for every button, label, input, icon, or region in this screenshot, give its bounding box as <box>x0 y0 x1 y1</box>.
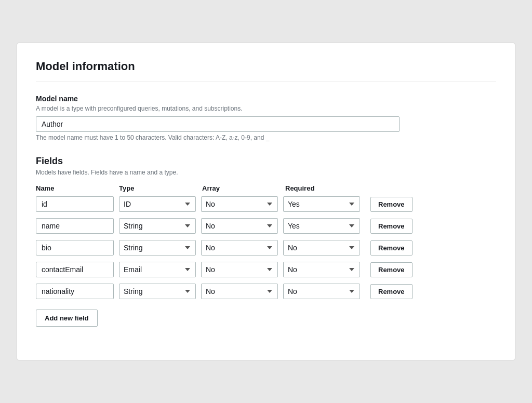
field-row: IDStringIntFloatBooleanEmailAWSDateAWSTi… <box>36 240 496 256</box>
field-rows-container: IDStringIntFloatBooleanEmailAWSDateAWSTi… <box>36 196 496 299</box>
fields-title: Fields <box>36 156 496 167</box>
field-type-select[interactable]: IDStringIntFloatBooleanEmailAWSDateAWSTi… <box>119 218 196 234</box>
field-name-input[interactable] <box>36 262 114 277</box>
model-name-label: Model name <box>36 95 496 103</box>
card-title: Model information <box>36 60 496 82</box>
field-array-select[interactable]: NoYes <box>201 218 278 234</box>
field-name-input[interactable] <box>36 284 114 299</box>
field-name-input[interactable] <box>36 240 114 256</box>
field-array-select[interactable]: NoYes <box>201 196 278 212</box>
remove-field-button[interactable]: Remove <box>370 240 413 256</box>
remove-field-button[interactable]: Remove <box>370 262 413 277</box>
col-array-header: Array <box>202 184 285 192</box>
col-required-header: Required <box>285 184 368 192</box>
field-array-select[interactable]: NoYes <box>201 262 278 277</box>
model-name-hint: The model name must have 1 to 50 charact… <box>36 134 496 141</box>
model-name-input[interactable] <box>36 116 400 132</box>
field-row: IDStringIntFloatBooleanEmailAWSDateAWSTi… <box>36 196 496 212</box>
col-type-header: Type <box>119 184 202 192</box>
field-array-select[interactable]: NoYes <box>201 284 278 299</box>
remove-field-button[interactable]: Remove <box>370 219 413 234</box>
field-required-select[interactable]: NoYes <box>283 262 360 277</box>
field-type-select[interactable]: IDStringIntFloatBooleanEmailAWSDateAWSTi… <box>119 262 196 277</box>
field-row: IDStringIntFloatBooleanEmailAWSDateAWSTi… <box>36 262 496 277</box>
fields-header: Name Type Array Required <box>36 184 496 192</box>
remove-field-button[interactable]: Remove <box>370 197 413 212</box>
model-name-description: A model is a type with preconfigured que… <box>36 105 496 112</box>
field-row: IDStringIntFloatBooleanEmailAWSDateAWSTi… <box>36 284 496 299</box>
fields-description: Models have fields. Fields have a name a… <box>36 169 496 176</box>
field-type-select[interactable]: IDStringIntFloatBooleanEmailAWSDateAWSTi… <box>119 196 196 212</box>
field-name-input[interactable] <box>36 196 114 212</box>
model-name-section: Model name A model is a type with precon… <box>36 95 496 141</box>
fields-section: Fields Models have fields. Fields have a… <box>36 156 496 327</box>
field-type-select[interactable]: IDStringIntFloatBooleanEmailAWSDateAWSTi… <box>119 284 196 299</box>
field-name-input[interactable] <box>36 218 114 234</box>
field-required-select[interactable]: NoYes <box>283 196 360 212</box>
field-type-select[interactable]: IDStringIntFloatBooleanEmailAWSDateAWSTi… <box>119 240 196 256</box>
remove-field-button[interactable]: Remove <box>370 284 413 299</box>
field-required-select[interactable]: NoYes <box>283 240 360 256</box>
field-array-select[interactable]: NoYes <box>201 240 278 256</box>
field-required-select[interactable]: NoYes <box>283 284 360 299</box>
col-name-header: Name <box>36 184 119 192</box>
add-new-field-button[interactable]: Add new field <box>36 310 98 327</box>
model-information-card: Model information Model name A model is … <box>17 43 515 360</box>
field-row: IDStringIntFloatBooleanEmailAWSDateAWSTi… <box>36 218 496 234</box>
field-required-select[interactable]: NoYes <box>283 218 360 234</box>
